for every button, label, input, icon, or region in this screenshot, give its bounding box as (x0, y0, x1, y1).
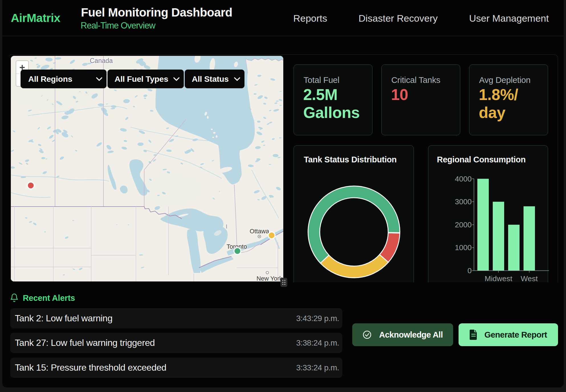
svg-text:1000: 1000 (455, 243, 472, 252)
svg-text:4000: 4000 (455, 175, 472, 183)
svg-text:New York: New York (256, 275, 282, 281)
svg-text:Ottawa: Ottawa (250, 228, 269, 235)
svg-text:Midwest: Midwest (484, 274, 512, 283)
svg-text:3000: 3000 (455, 197, 472, 206)
svg-text:0: 0 (467, 266, 472, 275)
svg-text:2000: 2000 (455, 220, 472, 229)
svg-text:Canada: Canada (90, 57, 113, 64)
svg-text:West: West (521, 274, 538, 283)
